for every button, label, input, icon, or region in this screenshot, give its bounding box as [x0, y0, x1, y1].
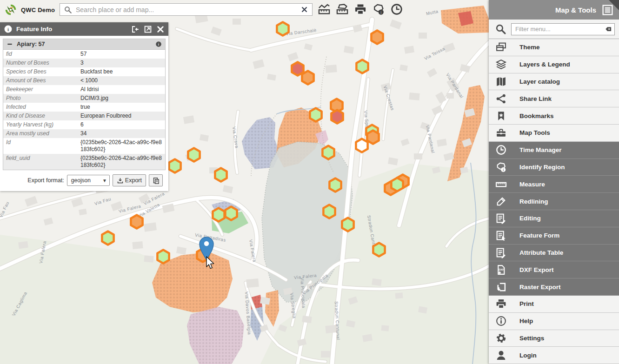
- sidebar-item-attribute-table[interactable]: Attribute Table: [489, 245, 619, 262]
- sidebar-item-bookmarks[interactable]: Bookmarks: [489, 107, 619, 125]
- collapse-icon[interactable]: [7, 41, 13, 47]
- apiary-hexagon-marker[interactable]: [356, 60, 368, 73]
- attribute-row: field_uuid{0235be9c-2026-42ac-a99c-f9e81…: [3, 154, 165, 170]
- sidebar-title: Map & Tools: [555, 6, 596, 14]
- measure-area-icon[interactable]: [336, 3, 349, 16]
- export-button[interactable]: Export: [113, 174, 146, 186]
- apiary-hexagon-marker[interactable]: [102, 232, 113, 245]
- apiary-hexagon-marker[interactable]: [367, 131, 379, 144]
- sidebar-item-settings[interactable]: Settings: [489, 330, 619, 347]
- sidebar-item-label: Feature Form: [519, 232, 559, 239]
- apiary-hexagon-marker[interactable]: [342, 218, 353, 232]
- apiary-hexagon-marker[interactable]: [329, 179, 341, 192]
- apiary-hexagon-marker[interactable]: [157, 250, 169, 264]
- apiary-hexagon-marker[interactable]: [310, 108, 321, 122]
- map-toolbar: i: [318, 3, 403, 16]
- backspace-icon[interactable]: [605, 26, 612, 33]
- close-icon[interactable]: [156, 25, 165, 33]
- sidebar-item-map-tools[interactable]: Map Tools: [489, 125, 619, 142]
- sidebar-item-dxf-export[interactable]: DXFDXF Export: [489, 261, 619, 278]
- svg-text:i: i: [380, 10, 382, 15]
- attribute-value: DCIM/3.jpg: [78, 94, 165, 103]
- measure-line-icon[interactable]: [318, 3, 331, 16]
- attribute-label: Amount of Bees: [3, 76, 78, 85]
- sidebar-item-layer-catalog[interactable]: Layer catalog: [489, 73, 619, 91]
- sidebar-item-label: Help: [519, 318, 533, 324]
- attribute-row: Area mostly used34: [3, 129, 165, 138]
- export-format-value: geojson: [71, 177, 91, 184]
- attribute-label: Number of Boxes: [3, 59, 78, 67]
- apiary-hexagon-marker[interactable]: [215, 168, 226, 182]
- export-row: Export format: geojson ▼ Export: [3, 170, 166, 191]
- sidebar-item-label: Login: [519, 352, 537, 359]
- sidebar-item-time-manager[interactable]: Time Manager: [489, 142, 619, 159]
- sidebar-item-share-link[interactable]: Share Link: [489, 90, 619, 107]
- attribute-label: Infected: [3, 103, 78, 112]
- clock-icon[interactable]: [390, 3, 403, 16]
- attribute-value: 57: [78, 50, 165, 59]
- layer-catalog-icon: [495, 76, 507, 87]
- apiary-hexagon-marker[interactable]: [131, 215, 142, 229]
- sidebar-item-label: Layer catalog: [519, 78, 560, 85]
- filter-menu-input[interactable]: [511, 23, 615, 35]
- sidebar-item-theme[interactable]: Theme: [489, 39, 619, 56]
- layer-info-icon[interactable]: i: [155, 41, 162, 47]
- sidebar-item-redlining[interactable]: Redlining: [489, 193, 619, 210]
- raster-export-icon: [495, 281, 507, 293]
- sidebar-item-label: Map Tools: [519, 129, 550, 136]
- apiary-hexagon-marker[interactable]: [277, 22, 288, 36]
- attribute-value: 3: [78, 59, 165, 67]
- apiary-hexagon-marker[interactable]: [373, 243, 385, 257]
- copy-to-clipboard-button[interactable]: [149, 174, 163, 186]
- identify-region-icon: i: [495, 161, 507, 173]
- feature-info-panel: i Feature Info Apiary: 57 i fid57Number …: [0, 22, 168, 191]
- dock-icon[interactable]: [131, 25, 140, 33]
- attribute-row: PhotoDCIM/3.jpg: [3, 94, 165, 103]
- print-icon[interactable]: [354, 3, 367, 16]
- apiary-hexagon-marker[interactable]: [302, 71, 313, 85]
- apiary-hexagon-marker[interactable]: [331, 110, 343, 124]
- chevron-down-icon: ▼: [102, 178, 107, 183]
- feature-info-header[interactable]: i Feature Info: [0, 22, 168, 36]
- clipboard-icon: [152, 177, 160, 185]
- attribute-label: Beekeeper: [3, 85, 78, 94]
- export-format-select[interactable]: geojson ▼: [67, 175, 110, 186]
- app-title: QWC Demo: [21, 7, 55, 13]
- sidebar-item-editing[interactable]: Editing: [489, 210, 619, 227]
- attribute-row: Species of BeesBuckfast bee: [3, 67, 165, 76]
- feature-form-icon: [495, 230, 507, 241]
- search-clear-icon[interactable]: [301, 6, 308, 13]
- sidebar-item-help[interactable]: Help: [489, 313, 619, 330]
- sidebar-item-identify-region[interactable]: iIdentify Region: [489, 159, 619, 176]
- apiary-hexagon-marker[interactable]: [371, 31, 383, 44]
- sidebar-item-label: Settings: [519, 335, 544, 342]
- apiary-hexagon-marker[interactable]: [213, 208, 224, 222]
- apiary-hexagon-marker[interactable]: [322, 146, 334, 159]
- apiary-hexagon-marker[interactable]: [225, 207, 237, 220]
- attribute-label: Species of Bees: [3, 67, 78, 76]
- apiary-hexagon-marker[interactable]: [391, 178, 403, 192]
- theme-icon: [495, 41, 507, 53]
- sidebar-item-label: Identify Region: [519, 164, 565, 171]
- search-input[interactable]: [75, 6, 297, 14]
- apiary-hexagon-marker[interactable]: [169, 159, 180, 173]
- sidebar-item-raster-export[interactable]: Raster Export: [489, 278, 619, 296]
- apiary-hexagon-marker[interactable]: [188, 148, 200, 162]
- sidebar-filter-row: [489, 20, 619, 39]
- sidebar-item-print[interactable]: Print: [489, 296, 619, 313]
- svg-text:DXF: DXF: [499, 268, 504, 271]
- feature-layer-header[interactable]: Apiary: 57 i: [3, 39, 165, 49]
- detach-window-icon[interactable]: [144, 25, 152, 33]
- attribute-row: fid57: [3, 50, 165, 59]
- apiary-hexagon-marker[interactable]: [356, 139, 367, 152]
- apiary-hexagon-marker[interactable]: [323, 205, 335, 218]
- sidebar-item-layers-legend[interactable]: Layers & Legend: [489, 56, 619, 73]
- sidebar-item-login[interactable]: Login: [489, 347, 619, 364]
- sidebar-item-measure[interactable]: Measure: [489, 176, 619, 193]
- filter-search-icon: [495, 23, 506, 35]
- identify-region-icon[interactable]: i: [372, 3, 385, 16]
- attribute-value: {0235be9c-2026-42ac-a99c-f9e8183fc602}: [78, 154, 165, 170]
- sidebar-item-feature-form[interactable]: Feature Form: [489, 227, 619, 245]
- sidebar-item-label: Theme: [519, 44, 540, 51]
- pencil-icon: [495, 196, 507, 207]
